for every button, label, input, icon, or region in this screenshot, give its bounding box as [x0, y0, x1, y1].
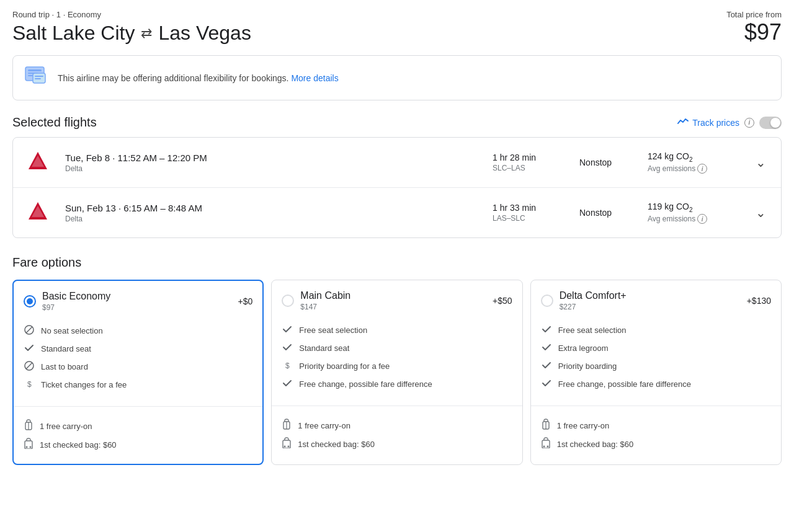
fare-title-comfort: Delta Comfort+ $227: [560, 290, 741, 311]
feature-row: Standard seat: [282, 339, 512, 357]
block-icon: [24, 325, 35, 337]
flight-duration: 1 hr 28 min SLC–LAS: [493, 153, 567, 172]
flight-info-2: Sun, Feb 13 · 6:15 AM – 8:48 AM Delta: [65, 203, 480, 223]
fare-features-main: Free seat selection Standard seat $ Prio…: [272, 316, 522, 401]
fare-radio-comfort[interactable]: [541, 295, 553, 307]
svg-text:$: $: [27, 380, 32, 389]
check-icon: [282, 342, 293, 354]
route-arrow: ⇄: [141, 25, 152, 42]
fare-title-basic: Basic Economy $97: [42, 291, 232, 312]
track-prices-button[interactable]: Track prices: [677, 117, 739, 128]
check-icon: [541, 360, 552, 372]
check-icon: [541, 378, 552, 390]
price-label: Total price from: [726, 10, 782, 19]
airline-logo-delta: [25, 149, 53, 176]
svg-point-19: [26, 446, 28, 448]
track-prices-label: Track prices: [692, 118, 739, 128]
svg-point-26: [288, 446, 290, 448]
emissions-info-icon[interactable]: i: [697, 164, 707, 174]
fare-radio-main[interactable]: [282, 295, 294, 307]
feature-row: Priority boarding: [541, 357, 771, 375]
carryon-icon: [24, 419, 33, 433]
flight-row[interactable]: Sun, Feb 13 · 6:15 AM – 8:48 AM Delta 1 …: [13, 188, 781, 237]
flight-expand-button[interactable]: ⌄: [753, 153, 769, 172]
feature-row: $ Ticket changes for a fee: [24, 376, 252, 394]
banner-text: This airline may be offering additional …: [58, 73, 339, 83]
flights-container: Tue, Feb 8 · 11:52 AM – 12:20 PM Delta 1…: [12, 137, 782, 238]
svg-line-14: [26, 363, 32, 369]
selected-flights-title: Selected flights: [12, 115, 97, 130]
flight-stops: Nonstop: [579, 157, 635, 167]
flight-stops-2: Nonstop: [579, 208, 635, 218]
origin-city: Salt Lake City: [12, 22, 135, 45]
checked-bag-icon: [541, 437, 551, 451]
svg-rect-24: [283, 440, 290, 448]
flight-airline-2: Delta: [65, 215, 480, 223]
track-prices-toggle[interactable]: [759, 117, 782, 129]
baggage-row: 1st checked bag: $60: [541, 435, 771, 453]
check-icon: [24, 343, 35, 355]
baggage-row: 1 free carry-on: [24, 417, 252, 435]
fare-features-comfort: Free seat selection Extra legroom Priori…: [531, 316, 781, 401]
carryon-icon: [541, 419, 551, 432]
selected-flights-header: Selected flights Track prices i: [12, 115, 782, 130]
feature-row: Standard seat: [24, 340, 252, 358]
svg-rect-29: [542, 440, 550, 448]
more-details-link[interactable]: More details: [291, 73, 338, 83]
baggage-row: 1st checked bag: $60: [282, 435, 512, 453]
flight-info: Tue, Feb 8 · 11:52 AM – 12:20 PM Delta: [65, 153, 480, 173]
baggage-row: 1 free carry-on: [282, 416, 512, 435]
svg-rect-1: [28, 69, 42, 71]
feature-row: No seat selection: [24, 322, 252, 340]
fare-card-comfort-plus[interactable]: Delta Comfort+ $227 +$130 Free seat sele…: [530, 280, 782, 465]
emissions-info-icon-2[interactable]: i: [697, 214, 707, 224]
fare-divider: [531, 406, 781, 406]
fare-baggage-comfort: 1 free carry-on 1st checked bag: $60: [531, 411, 781, 463]
fare-header-main: Main Cabin $147 +$50: [272, 280, 522, 316]
flight-row[interactable]: Tue, Feb 8 · 11:52 AM – 12:20 PM Delta 1…: [13, 138, 781, 188]
baggage-row: 1 free carry-on: [541, 416, 771, 435]
feature-row: Free seat selection: [282, 321, 512, 339]
fare-card-main-cabin[interactable]: Main Cabin $147 +$50 Free seat selection…: [271, 280, 522, 465]
feature-row: $ Priority boarding for a fee: [282, 357, 512, 375]
fare-header-comfort: Delta Comfort+ $227 +$130: [531, 280, 781, 316]
fare-radio-basic[interactable]: [24, 295, 36, 308]
flight-datetime: Tue, Feb 8 · 11:52 AM – 12:20 PM: [65, 153, 480, 163]
fare-divider: [14, 406, 262, 407]
flight-emissions-2: 119 kg CO2 Avg emissions i: [648, 202, 741, 224]
checked-bag-icon: [282, 437, 292, 451]
check-icon: [282, 378, 293, 390]
trip-meta: Round trip · 1 · Economy: [12, 10, 251, 19]
check-icon: [541, 342, 552, 354]
track-prices-info-icon[interactable]: i: [744, 118, 754, 128]
feature-row: Free change, possible fare difference: [541, 375, 771, 393]
track-prices-area: Track prices i: [677, 117, 782, 129]
fare-options-section: Fare options Basic Economy $97 +$0 No se…: [12, 255, 782, 465]
destination-city: Las Vegas: [158, 22, 251, 45]
page-header: Round trip · 1 · Economy Salt Lake City …: [12, 10, 782, 45]
baggage-row: 1st checked bag: $60: [24, 435, 252, 454]
flight-expand-button-2[interactable]: ⌄: [753, 203, 769, 223]
header-left: Round trip · 1 · Economy Salt Lake City …: [12, 10, 251, 45]
banner-icon: [24, 64, 49, 91]
block-icon: [24, 361, 35, 373]
checked-bag-icon: [24, 438, 33, 451]
fare-options-title: Fare options: [12, 255, 782, 270]
fare-baggage-main: 1 free carry-on 1st checked bag: $60: [272, 411, 522, 463]
svg-rect-6: [35, 78, 41, 79]
svg-point-20: [30, 446, 32, 448]
fare-features-basic: No seat selection Standard seat Last to …: [14, 317, 262, 401]
fare-options-grid: Basic Economy $97 +$0 No seat selection: [12, 280, 782, 465]
dollar-icon: $: [282, 360, 293, 372]
svg-point-25: [284, 446, 286, 448]
fare-card-basic-economy[interactable]: Basic Economy $97 +$0 No seat selection: [12, 280, 264, 465]
dollar-icon: $: [24, 379, 35, 391]
svg-point-30: [543, 446, 545, 448]
carryon-icon: [282, 419, 292, 432]
flight-emissions: 124 kg CO2 Avg emissions i: [648, 151, 741, 174]
flight-airline: Delta: [65, 164, 480, 173]
feature-row: Free change, possible fare difference: [282, 375, 512, 393]
total-price: $97: [726, 19, 782, 45]
flight-datetime-2: Sun, Feb 13 · 6:15 AM – 8:48 AM: [65, 203, 480, 213]
svg-text:$: $: [285, 361, 290, 370]
